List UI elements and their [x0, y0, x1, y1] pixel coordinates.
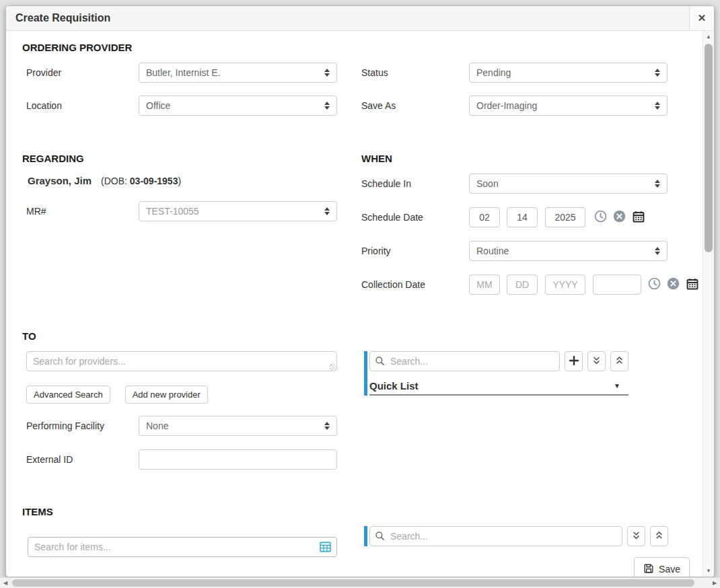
quick-list-label: Quick List	[369, 380, 419, 392]
when-column: WHEN Schedule In Soon Schedule Date	[361, 138, 699, 295]
schedule-date-year-input[interactable]	[545, 207, 585, 227]
status-select[interactable]: Pending	[469, 63, 668, 83]
location-label: Location	[21, 100, 139, 111]
expand-all-button[interactable]	[587, 351, 606, 371]
horizontal-scrollbar[interactable]: ◀ ▶	[0, 577, 720, 588]
regarding-heading: REGARDING	[22, 153, 337, 164]
clock-icon	[594, 210, 607, 225]
vertical-scrollbar-thumb[interactable]	[705, 44, 713, 252]
add-to-quicklist-button[interactable]	[565, 351, 583, 371]
save-floppy-icon	[643, 563, 654, 576]
provider-search-input[interactable]	[26, 351, 337, 371]
search-icon	[375, 356, 385, 369]
clock-icon	[648, 277, 661, 292]
search-icon	[375, 531, 385, 544]
collection-date-month-input[interactable]	[469, 274, 500, 295]
items-section	[21, 526, 695, 557]
close-button[interactable]: ✕	[689, 6, 714, 30]
vertical-scrollbar[interactable]: ▲ ▼	[703, 31, 714, 577]
modal-title: Create Requisition	[6, 12, 110, 24]
regarding-column: REGARDING Grayson, Jim (DOB: 03-09-1953)…	[21, 138, 337, 295]
collection-time-input[interactable]	[593, 274, 641, 295]
collection-date-year-input[interactable]	[545, 274, 585, 295]
location-select[interactable]: Office	[139, 96, 337, 116]
collapse-all-button[interactable]	[650, 526, 668, 546]
updown-caret-icon	[655, 180, 660, 188]
calendar-icon	[686, 277, 699, 293]
patient-dob: (DOB: 03-09-1953)	[101, 176, 181, 186]
location-saveas-row: Location Office Save As Order-Imaging	[21, 96, 695, 116]
schedule-date-time-button[interactable]	[594, 210, 607, 225]
provider-label: Provider	[21, 67, 139, 78]
items-quicklist-search-input[interactable]	[369, 526, 622, 546]
external-id-row: External ID	[21, 449, 337, 470]
double-chevron-up-icon	[615, 356, 624, 367]
updown-caret-icon	[324, 422, 330, 430]
collection-date-calendar-button[interactable]	[686, 277, 699, 293]
schedule-date-clear-button[interactable]	[613, 210, 626, 225]
patient-name: Grayson, Jim	[28, 175, 92, 186]
items-table-icon[interactable]	[320, 542, 331, 554]
items-search-input[interactable]	[28, 537, 337, 557]
performing-facility-select[interactable]: None	[139, 416, 337, 436]
scroll-up-arrow[interactable]: ▲	[703, 31, 714, 42]
performing-facility-label: Performing Facility	[21, 420, 139, 431]
updown-caret-icon	[324, 207, 330, 215]
collection-date-day-input[interactable]	[507, 274, 538, 295]
quick-list-header[interactable]: Quick List ▼	[369, 377, 628, 396]
schedule-date-month-input[interactable]	[469, 207, 500, 227]
quicklist-search-wrap	[369, 351, 560, 371]
collection-date-time-button[interactable]	[648, 277, 661, 292]
double-chevron-down-icon	[592, 356, 601, 367]
status-label: Status	[361, 67, 469, 78]
items-heading: ITEMS	[22, 506, 695, 517]
quicklist-search-input[interactable]	[369, 351, 560, 371]
schedule-in-label: Schedule In	[361, 178, 469, 189]
performing-facility-value: None	[146, 420, 320, 431]
provider-select[interactable]: Butler, Internist E.	[139, 63, 337, 83]
collection-date-row: Collection Date	[361, 274, 699, 295]
advanced-search-button[interactable]: Advanced Search	[26, 385, 110, 404]
save-button[interactable]: Save	[634, 557, 690, 577]
scroll-left-arrow[interactable]: ◀	[0, 578, 11, 588]
scroll-right-arrow[interactable]: ▶	[709, 578, 720, 588]
ordering-provider-heading: ORDERING PROVIDER	[22, 42, 695, 53]
external-id-input[interactable]	[139, 449, 337, 470]
mr-row: MR# TEST-10055	[21, 201, 337, 221]
schedule-in-select[interactable]: Soon	[469, 174, 668, 194]
schedule-date-calendar-button[interactable]	[632, 210, 645, 225]
scroll-down-arrow[interactable]: ▼	[703, 565, 714, 577]
items-panel-search-row	[369, 526, 668, 546]
schedule-in-value: Soon	[476, 178, 651, 189]
provider-select-value: Butler, Internist E.	[146, 67, 320, 78]
expand-all-button[interactable]	[627, 526, 645, 546]
to-buttons-row: Advanced Search Add new provider	[26, 385, 337, 404]
schedule-date-row: Schedule Date	[361, 207, 699, 227]
mr-select[interactable]: TEST-10055	[139, 201, 337, 221]
provider-status-row: Provider Butler, Internist E. Status Pen…	[21, 63, 695, 83]
calendar-icon	[632, 210, 645, 225]
save-as-select[interactable]: Order-Imaging	[469, 96, 668, 116]
double-chevron-up-icon	[655, 531, 663, 542]
priority-select[interactable]: Routine	[469, 241, 668, 261]
save-button-label: Save	[659, 564, 680, 575]
close-icon: ✕	[698, 12, 707, 24]
items-quicklist-panel	[364, 526, 668, 546]
accent-bar	[364, 351, 367, 396]
regarding-when-section: REGARDING Grayson, Jim (DOB: 03-09-1953)…	[21, 138, 695, 295]
updown-caret-icon	[655, 69, 660, 77]
to-panel-search-row	[369, 351, 628, 371]
resize-handle[interactable]	[330, 364, 336, 370]
add-new-provider-button[interactable]: Add new provider	[125, 385, 208, 404]
schedule-date-day-input[interactable]	[507, 207, 538, 227]
priority-row: Priority Routine	[361, 241, 699, 261]
collection-date-clear-button[interactable]	[667, 277, 680, 292]
accent-bar	[364, 526, 367, 546]
caret-down-icon: ▼	[614, 382, 620, 390]
items-quicklist-search-wrap	[369, 526, 622, 546]
items-left-column	[21, 526, 337, 557]
collapse-all-button[interactable]	[610, 351, 628, 371]
status-select-value: Pending	[476, 67, 651, 78]
collection-date-label: Collection Date	[361, 279, 469, 290]
horizontal-scrollbar-thumb[interactable]	[12, 579, 694, 587]
